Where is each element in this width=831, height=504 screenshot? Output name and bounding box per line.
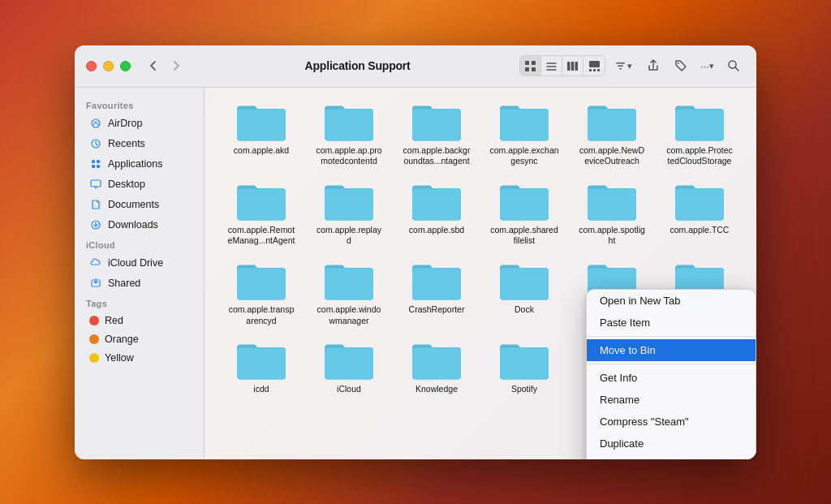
airdrop-icon — [89, 117, 102, 130]
folder-icon-22 — [498, 339, 550, 381]
sort-button[interactable]: ▾ — [610, 54, 637, 77]
fullscreen-button[interactable] — [120, 61, 131, 71]
tags-button[interactable] — [670, 54, 692, 77]
folder-icon-7 — [235, 180, 287, 222]
search-button[interactable] — [722, 54, 745, 77]
file-item-2[interactable]: com.apple.ap.promotedcontentd — [305, 96, 393, 172]
icloud-drive-icon — [89, 256, 102, 269]
file-item-5[interactable]: com.apple.NewDeviceOutreach — [568, 96, 656, 172]
context-menu-item-move-to-bin[interactable]: Move to Bin — [587, 339, 756, 361]
list-view-button[interactable] — [541, 56, 562, 75]
tags-label: Tags — [75, 294, 204, 311]
folder-icon-1 — [235, 101, 287, 143]
folder-icon-10 — [498, 180, 550, 222]
sidebar-item-airdrop[interactable]: AirDrop — [78, 114, 200, 133]
file-label-2: com.apple.ap.promotedcontentd — [316, 145, 381, 167]
sidebar-item-downloads[interactable]: Downloads — [78, 215, 200, 235]
sidebar-item-tag-red[interactable]: Red — [78, 312, 200, 330]
folder-icon-2 — [323, 101, 375, 143]
context-menu-divider-1 — [587, 336, 756, 337]
file-item-11[interactable]: com.apple.spotlight — [568, 175, 656, 252]
applications-label: Applications — [108, 158, 162, 170]
folder-icon-12 — [674, 180, 726, 222]
sidebar-item-tag-orange[interactable]: Orange — [78, 330, 200, 348]
folder-icon-14 — [323, 260, 375, 302]
gallery-view-button[interactable] — [583, 56, 605, 75]
file-item-14[interactable]: com.apple.windowmanager — [305, 255, 393, 331]
file-item-8[interactable]: com.apple.replayd — [305, 175, 393, 252]
folder-icon-21 — [411, 339, 463, 381]
desktop-icon — [89, 178, 102, 191]
file-item-16[interactable]: Dock — [480, 255, 568, 331]
title-bar: Application Support — [75, 45, 756, 88]
file-item-9[interactable]: com.apple.sbd — [393, 175, 480, 252]
file-item-1[interactable]: com.apple.akd — [217, 96, 305, 172]
file-item-21[interactable]: Knowledge — [393, 334, 480, 400]
share-button[interactable] — [642, 54, 665, 77]
folder-icon-5 — [586, 101, 638, 143]
file-item-22[interactable]: Spotify — [480, 334, 568, 400]
file-item-15[interactable]: CrashReporter — [393, 255, 480, 331]
file-item-3[interactable]: com.apple.backgroundtas...ntagent — [393, 96, 480, 172]
sidebar: Favourites AirDrop Recents — [75, 88, 205, 459]
context-menu-item-duplicate[interactable]: Duplicate — [587, 433, 756, 454]
file-label-3: com.apple.backgroundtas...ntagent — [403, 145, 471, 167]
sidebar-item-shared[interactable]: Shared — [78, 274, 200, 293]
column-view-button[interactable] — [562, 56, 583, 75]
sidebar-item-applications[interactable]: Applications — [78, 154, 200, 174]
svg-rect-16 — [619, 68, 622, 70]
svg-rect-21 — [92, 160, 95, 163]
sidebar-item-recents[interactable]: Recents — [78, 134, 200, 153]
icon-view-button[interactable] — [520, 56, 541, 75]
folder-icon-6 — [674, 101, 726, 143]
file-item-20[interactable]: iCloud — [305, 334, 393, 400]
context-menu-item-get-info[interactable]: Get Info — [587, 367, 756, 389]
red-tag-label: Red — [105, 315, 123, 326]
file-item-19[interactable]: icdd — [217, 334, 305, 400]
svg-rect-9 — [575, 62, 579, 71]
folder-icon-3 — [411, 101, 463, 143]
svg-rect-7 — [567, 62, 571, 71]
svg-rect-24 — [97, 165, 100, 168]
toolbar-buttons: ▾ ···▾ — [519, 54, 745, 77]
file-item-12[interactable]: com.apple.TCC — [656, 175, 743, 252]
more-button[interactable]: ···▾ — [697, 54, 717, 77]
back-button[interactable] — [144, 56, 163, 75]
sidebar-item-documents[interactable]: Documents — [78, 195, 200, 214]
documents-label: Documents — [108, 199, 159, 210]
context-menu: Open in New Tab Paste Item Move to Bin G… — [586, 289, 756, 459]
downloads-label: Downloads — [108, 219, 158, 230]
minimize-button[interactable] — [103, 61, 114, 71]
window-title: Application Support — [196, 59, 519, 72]
svg-rect-23 — [92, 165, 95, 168]
file-item-7[interactable]: com.apple.RemoteManag...ntAgent — [217, 175, 305, 252]
shared-label: Shared — [108, 278, 140, 289]
documents-icon — [89, 198, 102, 211]
context-menu-item-open-new-tab[interactable]: Open in New Tab — [587, 290, 756, 312]
file-item-6[interactable]: com.apple.ProtectedCloudStorage — [656, 96, 743, 172]
context-menu-item-rename[interactable]: Rename — [587, 389, 756, 411]
file-label-4: com.apple.exchangesync — [489, 145, 558, 167]
file-label-15: CrashReporter — [409, 304, 465, 316]
orange-tag-dot — [89, 334, 99, 344]
close-button[interactable] — [86, 61, 97, 71]
context-menu-item-make-alias[interactable]: Make Alias — [587, 454, 756, 459]
context-menu-item-compress[interactable]: Compress "Steam" — [587, 411, 756, 433]
folder-icon-11 — [586, 180, 638, 222]
svg-point-17 — [678, 62, 679, 64]
sidebar-item-icloud-drive[interactable]: iCloud Drive — [78, 253, 200, 273]
file-item-4[interactable]: com.apple.exchangesync — [480, 96, 568, 172]
sidebar-item-desktop[interactable]: Desktop — [78, 174, 200, 194]
airdrop-label: AirDrop — [108, 118, 142, 129]
file-item-10[interactable]: com.apple.sharedfilelist — [480, 175, 568, 252]
svg-rect-25 — [91, 180, 101, 187]
file-item-13[interactable]: com.apple.transparencyd — [217, 255, 305, 331]
applications-icon — [89, 157, 102, 170]
forward-button[interactable] — [166, 56, 186, 75]
folder-icon-13 — [235, 260, 287, 302]
context-menu-item-paste-item[interactable]: Paste Item — [587, 312, 756, 334]
svg-rect-2 — [525, 67, 529, 71]
sidebar-item-tag-yellow[interactable]: Yellow — [78, 349, 200, 367]
file-label-22: Spotify — [511, 384, 537, 395]
svg-rect-12 — [593, 69, 596, 71]
